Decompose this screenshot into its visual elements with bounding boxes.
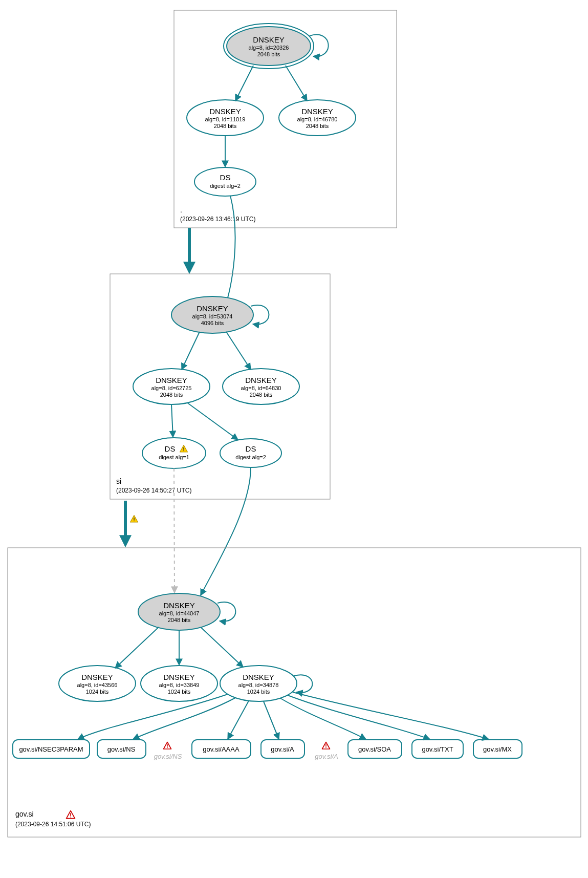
- svg-text:DS: DS: [165, 444, 176, 453]
- svg-text:alg=8, id=46780: alg=8, id=46780: [297, 116, 338, 122]
- node-root-zsk1: DNSKEY alg=8, id=11019 2048 bits: [187, 100, 264, 136]
- svg-text:DS: DS: [220, 173, 231, 182]
- svg-text:alg=8, id=34878: alg=8, id=34878: [238, 682, 279, 688]
- error-icon: [67, 811, 75, 819]
- svg-text:1024 bits: 1024 bits: [247, 689, 270, 695]
- svg-text:1024 bits: 1024 bits: [86, 689, 109, 695]
- node-si-zsk1: DNSKEY alg=8, id=62725 2048 bits: [133, 369, 210, 404]
- warning-icon: [130, 516, 138, 523]
- ghost-ns: gov.si/NS: [154, 753, 182, 760]
- node-root-ksk: DNSKEY alg=8, id=20326 2048 bits: [224, 24, 314, 69]
- svg-point-35: [220, 439, 281, 467]
- svg-text:gov.si/TXT: gov.si/TXT: [422, 745, 453, 753]
- node-si-zsk2: DNSKEY alg=8, id=64830 2048 bits: [223, 369, 299, 404]
- svg-text:alg=8, id=53074: alg=8, id=53074: [192, 313, 233, 319]
- svg-text:DNSKEY: DNSKEY: [163, 601, 195, 610]
- svg-text:gov.si/AAAA: gov.si/AAAA: [203, 745, 239, 753]
- svg-text:DNSKEY: DNSKEY: [209, 107, 241, 116]
- svg-text:alg=8, id=33849: alg=8, id=33849: [159, 682, 200, 688]
- svg-text:DNSKEY: DNSKEY: [243, 673, 274, 681]
- ghost-a: gov.si/A: [315, 753, 338, 760]
- rrset-txt: gov.si/TXT: [412, 740, 463, 758]
- svg-text:2048 bits: 2048 bits: [306, 123, 329, 129]
- svg-text:gov.si/MX: gov.si/MX: [483, 745, 512, 753]
- svg-text:DNSKEY: DNSKEY: [81, 673, 113, 681]
- node-si-ksk: DNSKEY alg=8, id=53074 4096 bits: [171, 296, 253, 333]
- node-root-ds: DS digest alg=2: [194, 167, 256, 196]
- svg-text:2048 bits: 2048 bits: [160, 392, 183, 398]
- zone-name-si: si: [116, 477, 121, 485]
- svg-text:digest alg=1: digest alg=1: [159, 454, 189, 460]
- node-gov-zsk2: DNSKEY alg=8, id=33849 1024 bits: [141, 666, 217, 701]
- rrset-mx: gov.si/MX: [473, 740, 522, 758]
- svg-text:alg=8, id=62725: alg=8, id=62725: [151, 385, 192, 391]
- rrset-ns: gov.si/NS: [97, 740, 146, 758]
- dnssec-graph: . (2023-09-26 13:46:19 UTC) DNSKEY alg=8…: [0, 0, 588, 878]
- svg-text:digest alg=2: digest alg=2: [235, 454, 266, 460]
- zone-name-govsi: gov.si: [15, 810, 34, 818]
- svg-text:2048 bits: 2048 bits: [214, 123, 237, 129]
- zone-ts-root: (2023-09-26 13:46:19 UTC): [180, 216, 255, 223]
- svg-text:4096 bits: 4096 bits: [201, 320, 224, 326]
- svg-text:2048 bits: 2048 bits: [257, 51, 280, 57]
- rrset-soa: gov.si/SOA: [348, 740, 402, 758]
- svg-text:DNSKEY: DNSKEY: [156, 376, 187, 384]
- svg-text:2048 bits: 2048 bits: [250, 392, 273, 398]
- svg-text:1024 bits: 1024 bits: [168, 689, 191, 695]
- zone-name-root: .: [180, 206, 182, 214]
- svg-text:alg=8, id=20326: alg=8, id=20326: [249, 45, 289, 51]
- rrset-a: gov.si/A: [261, 740, 304, 758]
- node-gov-zsk3: DNSKEY alg=8, id=34878 1024 bits: [220, 666, 297, 701]
- rrset-nsec3param: gov.si/NSEC3PARAM: [13, 740, 90, 758]
- svg-text:2048 bits: 2048 bits: [168, 617, 191, 623]
- zone-ts-govsi: (2023-09-26 14:51:06 UTC): [15, 821, 91, 828]
- rrset-aaaa: gov.si/AAAA: [192, 740, 251, 758]
- node-gov-zsk1: DNSKEY alg=8, id=43566 1024 bits: [59, 666, 136, 701]
- svg-text:digest alg=2: digest alg=2: [210, 183, 241, 189]
- node-si-ds2: DS digest alg=2: [220, 439, 281, 467]
- svg-text:DNSKEY: DNSKEY: [197, 304, 228, 313]
- error-icon: [322, 742, 330, 749]
- svg-point-32: [142, 438, 206, 468]
- svg-point-17: [194, 167, 256, 196]
- svg-text:DS: DS: [246, 444, 256, 453]
- svg-text:alg=8, id=44047: alg=8, id=44047: [159, 610, 200, 616]
- node-gov-ksk: DNSKEY alg=8, id=44047 2048 bits: [138, 593, 220, 630]
- svg-text:gov.si/NSEC3PARAM: gov.si/NSEC3PARAM: [19, 745, 83, 753]
- svg-text:DNSKEY: DNSKEY: [301, 107, 333, 116]
- node-root-zsk2: DNSKEY alg=8, id=46780 2048 bits: [279, 100, 356, 136]
- error-icon: [164, 742, 171, 749]
- svg-text:alg=8, id=43566: alg=8, id=43566: [77, 682, 118, 688]
- svg-text:gov.si/A: gov.si/A: [271, 745, 294, 753]
- svg-text:gov.si/NS: gov.si/NS: [107, 745, 136, 753]
- svg-text:DNSKEY: DNSKEY: [163, 673, 195, 681]
- zone-ts-si: (2023-09-26 14:50:27 UTC): [116, 487, 191, 494]
- svg-text:alg=8, id=11019: alg=8, id=11019: [205, 116, 246, 122]
- svg-text:DNSKEY: DNSKEY: [253, 35, 285, 44]
- svg-text:DNSKEY: DNSKEY: [245, 376, 277, 384]
- svg-text:gov.si/SOA: gov.si/SOA: [358, 745, 391, 753]
- svg-text:alg=8, id=64830: alg=8, id=64830: [241, 385, 281, 391]
- node-si-ds1: DS digest alg=1: [142, 438, 206, 468]
